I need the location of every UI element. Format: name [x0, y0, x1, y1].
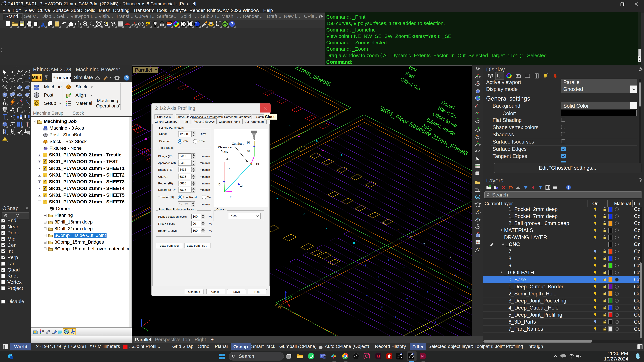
svg-text:?: ? — [231, 21, 233, 26]
svg-text:Offset 0.3: Offset 0.3 — [400, 76, 422, 91]
svg-text:75: 75 — [423, 242, 426, 245]
svg-text:72: 72 — [383, 221, 385, 224]
svg-text:x: x — [149, 320, 150, 322]
svg-text:77: 77 — [450, 256, 452, 259]
svg-text:76: 76 — [436, 249, 439, 252]
svg-text:Plane: Plane — [221, 150, 228, 153]
svg-text:Cf: Cf — [240, 184, 243, 187]
svg-text:z: z — [142, 317, 143, 319]
svg-text:Id: Id — [377, 355, 380, 358]
svg-text:8: 8 — [412, 353, 413, 355]
svg-text:21mm_Sheet5: 21mm_Sheet5 — [294, 65, 332, 88]
svg-text:2_01: 2_01 — [274, 303, 282, 310]
svg-text:T: T — [321, 355, 323, 358]
svg-text:Df: Df — [218, 183, 222, 186]
svg-text:Cut Start: Cut Start — [232, 142, 244, 145]
svg-text:8: 8 — [5, 1, 6, 3]
svg-text:Id: Id — [421, 355, 424, 358]
svg-text:?: ? — [125, 75, 128, 80]
svg-text:?: ? — [568, 186, 570, 189]
svg-text:Clearance: Clearance — [218, 146, 232, 149]
svg-text:y: y — [148, 331, 150, 333]
svg-text:Rf: Rf — [229, 195, 232, 199]
svg-text:SK01_Floor Structure 21mm_Shee: SK01_Floor Structure 21mm_Sheet6 — [378, 105, 469, 157]
svg-text:Pf: Pf — [247, 141, 250, 144]
svg-text:Ef: Ef — [256, 163, 259, 166]
svg-text:Tf: Tf — [227, 167, 230, 171]
svg-text:8: 8 — [401, 353, 402, 355]
svg-text:73: 73 — [396, 228, 399, 231]
svg-text:Af: Af — [247, 149, 250, 153]
